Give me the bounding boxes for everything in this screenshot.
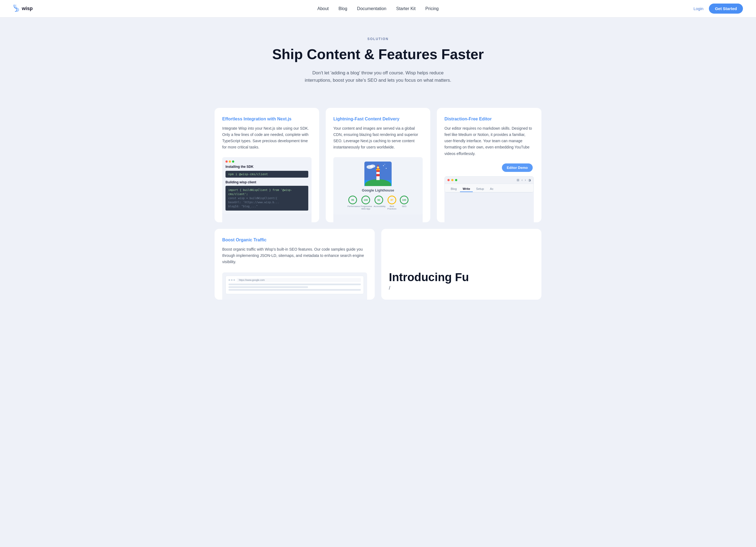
lh-score-bp: 87 Best Practices [387, 196, 397, 210]
content-line-3 [228, 289, 361, 291]
card-editor-title: Distraction-Free Editor [444, 117, 534, 121]
logo[interactable]: wisp [13, 4, 33, 13]
nav-link-docs[interactable]: Documentation [357, 6, 386, 11]
card-cdn-title: Lightning-Fast Content Delivery [333, 117, 423, 121]
dot-yellow [229, 160, 231, 163]
code-mockup: Installing the SDK npm i @wisp-cms/clien… [222, 157, 312, 214]
layout-icon: ⊞ [517, 178, 519, 182]
card-nextjs-body: Integrate Wisp into your Next.js site us… [222, 125, 312, 150]
navbar: wisp About Blog Documentation Starter Ki… [0, 0, 756, 17]
lh-score-label-perf: Performance [347, 205, 358, 208]
login-link[interactable]: Login [693, 6, 703, 11]
card-nextjs-title: Effortless Integration with Next.js [222, 117, 312, 121]
editor-dot-red [447, 179, 450, 181]
lh-score-pwa: 100 Progressive Web App [361, 196, 371, 210]
lh-score-circle-seo: 100 [400, 196, 409, 204]
lh-score-perf: 95 Performance [347, 196, 358, 210]
content-line-1 [228, 284, 361, 285]
forward-icon: › [525, 178, 526, 182]
cards-grid-bottom: Boost Organic Traffic Boost organic traf… [215, 229, 541, 300]
cards-grid-top: Effortless Integration with Next.js Inte… [215, 108, 541, 222]
lh-score-circle-acc: 92 [374, 196, 383, 204]
browser-header: https://www.google.com [228, 278, 361, 282]
code-line-4: blogId: "blog_..." [228, 204, 306, 208]
editor-tabs: Blog Write Setup Ac [445, 184, 534, 192]
editor-tab-setup[interactable]: Setup [473, 186, 487, 192]
lh-score-label-bp: Best Practices [387, 205, 397, 210]
lh-score-label-acc: Accessibility [374, 205, 384, 208]
card-cdn-body: Your content and images are served via a… [333, 125, 423, 150]
nav-link-pricing[interactable]: Pricing [425, 6, 439, 11]
nav-link-starter[interactable]: Starter Kit [396, 6, 416, 11]
svg-point-4 [386, 168, 387, 169]
card-nextjs: Effortless Integration with Next.js Inte… [215, 108, 319, 222]
card-seo: Boost Organic Traffic Boost organic traf… [215, 229, 375, 300]
card-cdn-mockup: Google Lighthouse 95 Performance 100 Pro… [333, 157, 423, 223]
browser-mockup: https://www.google.com [225, 276, 364, 294]
nav-actions: Login Get Started [693, 4, 743, 14]
card-editor-mockup: ⊞ ‹ › ◑ Blog Write Setup Ac [444, 176, 534, 223]
editor-demo-button[interactable]: Editor Demo [502, 163, 533, 172]
dot-red [225, 160, 228, 163]
mockup-section1: Installing the SDK [225, 165, 308, 169]
lh-score-label-pwa: Progressive Web App [361, 205, 371, 210]
hero-subtitle: Don't let 'adding a blog' throw you off … [302, 69, 454, 84]
content-line-2 [228, 286, 308, 288]
hero-section: SOLUTION Ship Content & Features Faster … [0, 17, 756, 97]
card-editor-body: Our editor requires no markdown skills. … [444, 125, 534, 157]
theme-icon: ◑ [528, 178, 531, 182]
lighthouse-label: Google Lighthouse [362, 188, 394, 192]
lh-score-circle-pwa: 100 [361, 196, 370, 204]
svg-point-5 [385, 164, 385, 165]
svg-rect-11 [376, 174, 380, 176]
introducing-sub: / [389, 285, 534, 291]
svg-point-14 [377, 166, 379, 169]
lh-score-label-seo: SEO [402, 205, 407, 208]
editor-tab-ac[interactable]: Ac [487, 186, 496, 192]
lh-score-circle-bp: 87 [388, 196, 396, 204]
card-seo-title: Boost Organic Traffic [222, 238, 367, 242]
card-introducing: Introducing Fu / [381, 229, 541, 300]
editor-mockup: ⊞ ‹ › ◑ Blog Write Setup Ac [444, 176, 534, 193]
browser-dots [228, 279, 235, 281]
svg-point-3 [383, 165, 384, 166]
lighthouse-mockup: Google Lighthouse 95 Performance 100 Pro… [333, 157, 423, 215]
code-line-2: const wisp = buildWispClient({ [228, 196, 306, 200]
mockup-cmd: npm i @wisp-cms/client [225, 171, 308, 178]
get-started-button[interactable]: Get Started [709, 4, 743, 14]
bm-dot-2 [231, 279, 233, 281]
editor-tab-blog[interactable]: Blog [448, 186, 459, 192]
editor-dot-yellow [451, 179, 453, 181]
nav-links: About Blog Documentation Starter Kit Pri… [317, 6, 439, 11]
lh-score-acc: 92 Accessibility [374, 196, 384, 210]
introducing-text: Introducing Fu [389, 271, 534, 284]
card-seo-body: Boost organic traffic with Wisp's built-… [222, 246, 367, 265]
card-nextjs-mockup: Installing the SDK npm i @wisp-cms/clien… [222, 157, 312, 223]
mockup-dots [225, 160, 308, 163]
editor-bar: ⊞ ‹ › ◑ [445, 177, 534, 184]
bm-dot-3 [233, 279, 235, 281]
lh-score-seo: 100 SEO [400, 196, 409, 210]
dot-green [232, 160, 234, 163]
code-line-3: baseUrl: 'https://www.wisp.b... [228, 200, 306, 204]
mockup-section2: Building wisp client [225, 180, 308, 184]
card-seo-mockup: https://www.google.com [222, 272, 367, 300]
editor-tab-write[interactable]: Write [460, 186, 473, 192]
nav-link-about[interactable]: About [317, 6, 329, 11]
mockup-code-block: import { buildWispClient } from '@wisp-c… [225, 186, 308, 211]
hero-tag: SOLUTION [13, 37, 743, 41]
svg-rect-13 [376, 169, 380, 170]
card-cdn: Lightning-Fast Content Delivery Your con… [326, 108, 430, 222]
logo-text: wisp [22, 6, 33, 11]
hero-title: Ship Content & Features Faster [13, 46, 743, 63]
editor-toolbar-icons: ⊞ ‹ › ◑ [517, 178, 531, 182]
lighthouse-scores: 95 Performance 100 Progressive Web App 9… [347, 196, 409, 210]
back-icon: ‹ [522, 178, 523, 182]
nav-link-blog[interactable]: Blog [339, 6, 347, 11]
features-section: Effortless Integration with Next.js Inte… [0, 97, 756, 313]
editor-dot-green [455, 179, 457, 181]
lh-score-circle-perf: 95 [348, 196, 357, 204]
code-line-1: import { buildWispClient } from '@wisp-c… [228, 188, 306, 196]
svg-point-2 [370, 165, 375, 168]
logo-icon [13, 4, 20, 13]
